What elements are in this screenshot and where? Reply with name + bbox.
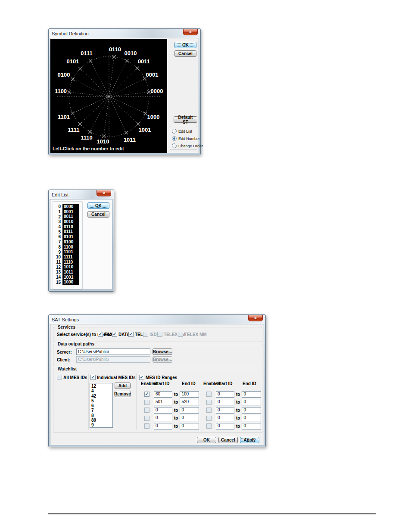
ok-button[interactable]: OK bbox=[174, 42, 196, 48]
range-enabled-checkbox[interactable] bbox=[206, 392, 212, 397]
list-value[interactable]: 0000 bbox=[62, 204, 79, 209]
cancel-button[interactable]: Cancel bbox=[174, 50, 196, 57]
constellation-label-1010[interactable]: 1010 bbox=[97, 138, 109, 145]
end-id-input[interactable]: 0 bbox=[242, 391, 261, 398]
list-value[interactable]: 1111 bbox=[62, 255, 79, 260]
list-value[interactable]: 0011 bbox=[62, 214, 79, 219]
checkbox[interactable] bbox=[57, 375, 62, 380]
radio-option-edit-number[interactable]: Edit Number bbox=[172, 135, 197, 142]
constellation-label-1100[interactable]: 1100 bbox=[55, 88, 67, 94]
list-item[interactable]: 6 bbox=[91, 403, 112, 408]
end-id-input[interactable]: 0 bbox=[242, 399, 261, 405]
constellation-label-1000[interactable]: 1000 bbox=[147, 114, 160, 120]
start-id-input[interactable]: 501 bbox=[154, 399, 172, 405]
checkbox[interactable] bbox=[90, 375, 96, 380]
server-browse-button[interactable]: Browse... bbox=[153, 348, 172, 355]
mes-id-ranges-checkbox[interactable]: MES ID Ranges bbox=[139, 375, 177, 380]
range-enabled-checkbox[interactable] bbox=[144, 408, 149, 413]
symbol-definition-titlebar[interactable]: Symbol Definition × bbox=[49, 29, 200, 38]
list-value[interactable]: 1000 bbox=[62, 280, 79, 285]
radio-button[interactable] bbox=[172, 143, 177, 148]
range-enabled-checkbox[interactable] bbox=[144, 416, 149, 421]
add-button[interactable]: Add bbox=[115, 383, 131, 389]
start-id-input[interactable]: 0 bbox=[154, 407, 172, 414]
list-value[interactable]: 0010 bbox=[62, 219, 79, 224]
list-value[interactable]: 1110 bbox=[62, 260, 79, 265]
individual-mes-ids-checkbox[interactable]: Individual MES IDs bbox=[90, 375, 135, 380]
list-value[interactable]: 0101 bbox=[62, 234, 79, 240]
list-item[interactable]: 101111 bbox=[54, 255, 79, 260]
close-button[interactable]: × bbox=[183, 29, 198, 35]
start-id-input[interactable]: 0 bbox=[154, 415, 172, 421]
service-checkbox-tel[interactable]: TEL bbox=[128, 332, 143, 337]
end-id-input[interactable]: 520 bbox=[180, 399, 199, 405]
list-value[interactable]: 1101 bbox=[62, 249, 79, 255]
remove-button[interactable]: Remove bbox=[115, 391, 131, 397]
list-value[interactable]: 1001 bbox=[62, 275, 79, 280]
radio-option-edit-list[interactable]: Edit List bbox=[172, 128, 197, 135]
constellation-label-1101[interactable]: 1101 bbox=[58, 114, 70, 120]
constellation-label-0101[interactable]: 0101 bbox=[67, 58, 79, 65]
list-item[interactable]: 89 bbox=[91, 418, 112, 423]
list-item[interactable]: 91101 bbox=[54, 249, 79, 255]
end-id-input[interactable]: 0 bbox=[242, 407, 261, 414]
list-value[interactable]: 0100 bbox=[62, 240, 79, 245]
list-item[interactable]: 60101 bbox=[54, 234, 79, 240]
list-item[interactable]: 151000 bbox=[54, 280, 79, 285]
list-item[interactable]: 131011 bbox=[54, 270, 79, 275]
ok-button[interactable]: OK bbox=[197, 437, 216, 443]
range-enabled-checkbox[interactable] bbox=[206, 408, 212, 413]
checkbox[interactable] bbox=[139, 375, 144, 380]
range-enabled-checkbox[interactable] bbox=[206, 416, 212, 421]
end-id-input[interactable]: 0 bbox=[242, 423, 261, 429]
list-item[interactable]: 30010 bbox=[54, 219, 79, 224]
checkbox[interactable] bbox=[112, 332, 117, 337]
start-id-input[interactable]: 0 bbox=[216, 399, 234, 405]
checkbox[interactable] bbox=[128, 332, 134, 337]
list-item[interactable]: 50111 bbox=[54, 229, 79, 234]
start-id-input[interactable]: 0 bbox=[154, 423, 172, 429]
service-checkbox-fax[interactable]: FAX bbox=[98, 332, 112, 337]
end-id-input[interactable]: 100 bbox=[180, 391, 199, 398]
constellation-label-0000[interactable]: 0000 bbox=[151, 88, 163, 94]
list-item[interactable]: 40110 bbox=[54, 224, 79, 230]
list-item[interactable]: 111110 bbox=[54, 260, 79, 265]
end-id-input[interactable]: 0 bbox=[180, 423, 199, 429]
constellation-label-0100[interactable]: 0100 bbox=[58, 72, 70, 78]
constellation-label-1011[interactable]: 1011 bbox=[124, 137, 136, 143]
constellation-label-0011[interactable]: 0011 bbox=[138, 58, 150, 65]
constellation-label-0010[interactable]: 0010 bbox=[125, 50, 137, 56]
range-enabled-checkbox[interactable] bbox=[206, 423, 212, 429]
radio-button[interactable] bbox=[172, 129, 177, 134]
list-value[interactable]: 0110 bbox=[62, 224, 79, 230]
list-item[interactable]: 10001 bbox=[54, 209, 79, 215]
list-value[interactable]: 0001 bbox=[62, 209, 79, 215]
server-path-input[interactable]: C:\Users\Public\ bbox=[76, 348, 150, 355]
list-value[interactable]: 1100 bbox=[62, 245, 79, 250]
constellation-label-1001[interactable]: 1001 bbox=[139, 127, 151, 133]
radio-option-change-order[interactable]: Change Order bbox=[172, 142, 197, 149]
list-item[interactable]: 20011 bbox=[54, 214, 79, 219]
list-value[interactable]: 1011 bbox=[62, 270, 79, 275]
range-enabled-checkbox[interactable] bbox=[144, 400, 149, 405]
apply-button[interactable]: Apply bbox=[240, 437, 259, 443]
list-value[interactable]: 1010 bbox=[62, 264, 79, 270]
cancel-button[interactable]: Cancel bbox=[218, 437, 238, 443]
cancel-button[interactable]: Cancel bbox=[87, 211, 109, 218]
list-item[interactable]: 9 bbox=[91, 423, 112, 427]
start-id-input[interactable]: 0 bbox=[216, 415, 234, 421]
list-item[interactable]: 7 bbox=[91, 408, 112, 413]
list-item[interactable]: 42 bbox=[91, 394, 112, 398]
end-id-input[interactable]: 0 bbox=[242, 415, 261, 421]
list-item[interactable]: 8 bbox=[91, 413, 112, 418]
edit-list-titlebar[interactable]: Edit List × bbox=[49, 190, 114, 199]
list-item[interactable]: 00000 bbox=[54, 204, 79, 209]
range-enabled-checkbox[interactable] bbox=[144, 423, 149, 429]
start-id-input[interactable]: 60 bbox=[154, 391, 172, 398]
list-item[interactable]: 70100 bbox=[54, 240, 79, 245]
mes-id-listbox[interactable]: 124425678899 bbox=[90, 383, 113, 428]
constellation-label-0001[interactable]: 0001 bbox=[146, 72, 159, 78]
constellation-label-0111[interactable]: 0111 bbox=[81, 50, 93, 56]
range-enabled-checkbox[interactable] bbox=[206, 400, 212, 405]
start-id-input[interactable]: 0 bbox=[216, 391, 234, 398]
